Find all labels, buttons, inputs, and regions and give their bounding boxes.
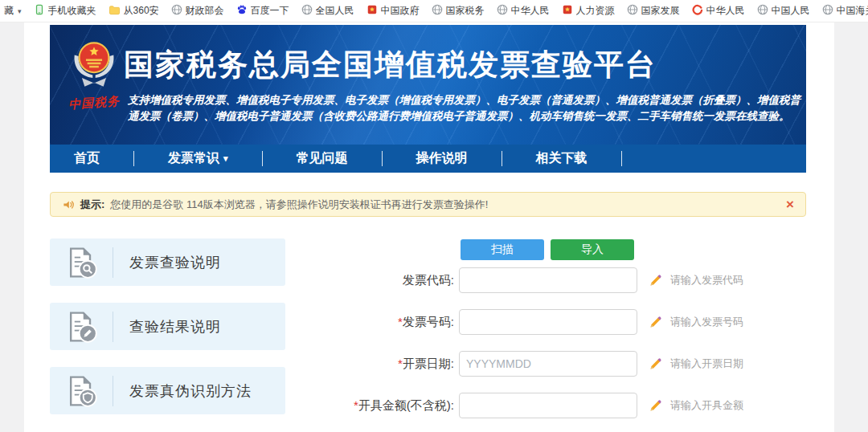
nav-separator	[382, 151, 383, 166]
doc-search-icon	[50, 245, 113, 280]
nav-item-home[interactable]: 首页	[74, 150, 100, 167]
import-button[interactable]: 导入	[551, 239, 634, 260]
globe-icon	[171, 4, 182, 18]
invoice-check-form: 扫描 导入 发票代码: 请输入发票代码 *发票号码: 请输入发票号码 *开票日	[285, 238, 806, 432]
field-hint: 请输入开具金额	[670, 398, 743, 413]
pencil-icon	[649, 357, 662, 371]
bookmark-item[interactable]: 中国人民	[757, 4, 810, 18]
field-row-invoice-number: *发票号码: 请输入发票号码	[285, 309, 806, 335]
field-hint: 请输入发票号码	[670, 315, 743, 329]
main-nav: 首页 发票常识▾ 常见问题 操作说明 相关下载	[50, 145, 806, 173]
field-label: 开票日期:	[403, 357, 454, 370]
pencil-icon	[649, 316, 662, 329]
pencil-icon	[649, 274, 662, 287]
bookmark-item[interactable]: 中华人民	[497, 4, 550, 18]
divider	[113, 247, 113, 278]
scan-button[interactable]: 扫描	[461, 239, 544, 260]
field-label: 开具金额(不含税):	[358, 398, 454, 412]
tax-logo: 中国税务	[66, 36, 122, 111]
swirl-icon	[692, 4, 703, 18]
invoice-amount-input[interactable]	[459, 393, 637, 418]
bookmark-item[interactable]: 中国海关	[822, 4, 868, 18]
nav-item-downloads[interactable]: 相关下载	[536, 150, 588, 167]
nav-item-instructions[interactable]: 操作说明	[416, 150, 468, 167]
logo-caption: 中国税务	[65, 94, 122, 113]
doc-shield-icon	[50, 373, 113, 409]
field-label: 发票代码:	[403, 273, 454, 287]
close-icon[interactable]: ×	[786, 198, 794, 211]
browser-notice-banner: 提示: 您使用的是谷歌 114版本浏览器，请参照操作说明安装根证书再进行发票查验…	[50, 192, 806, 217]
bookmark-overflow-label: 藏	[4, 4, 14, 18]
notice-message: 您使用的是谷歌 114版本浏览器，请参照操作说明安装根证书再进行发票查验操作!	[110, 198, 488, 212]
nav-separator	[502, 151, 502, 166]
field-row-invoice-date: *开票日期: 请输入开票日期	[285, 351, 806, 377]
emblem-icon	[562, 4, 573, 18]
speaker-icon	[62, 198, 75, 211]
divider	[113, 312, 113, 342]
globe-icon	[822, 4, 833, 18]
field-hint: 请输入开票日期	[670, 357, 743, 371]
nav-separator	[262, 151, 263, 166]
field-label: 发票号码:	[403, 315, 454, 328]
bookmarks-bar: 藏 ▾ 手机收藏夹 从360安 财政部会 百度一下 全国人民 中国政府 国家税务…	[0, 0, 868, 22]
invoice-date-input[interactable]	[459, 351, 637, 377]
field-hint: 请输入发票代码	[670, 273, 743, 287]
bookmark-item[interactable]: 百度一下	[236, 4, 289, 18]
sidebar-item-authenticity-identification[interactable]: 发票真伪识别方法	[50, 367, 285, 414]
page-title: 国家税务总局全国增值税发票查验平台	[124, 45, 657, 85]
globe-icon	[301, 4, 313, 18]
caret-down-icon: ▾	[18, 7, 22, 15]
page-body: 中国税务 国家税务总局全国增值税发票查验平台 支持增值税专用发票、增值税电子专用…	[24, 22, 834, 432]
folder-icon	[108, 4, 121, 18]
bookmark-item[interactable]: 中国政府	[366, 4, 420, 18]
divider	[113, 376, 113, 406]
bookmark-item[interactable]: 从360安	[108, 4, 159, 18]
bookmark-item[interactable]: 中华人民	[692, 4, 745, 18]
site-header: 中国税务 国家税务总局全国增值税发票查验平台 支持增值税专用发票、增值税电子专用…	[50, 25, 806, 145]
bookmark-item[interactable]: 手机收藏夹	[34, 4, 96, 18]
globe-icon	[432, 4, 443, 18]
bookmark-item[interactable]: 人力资源	[562, 4, 615, 18]
doc-edit-icon	[50, 309, 113, 344]
globe-icon	[497, 4, 508, 18]
page-subtitle: 支持增值税专用发票、增值税电子专用发票、电子发票（增值税专用发票）、电子发票（普…	[128, 92, 806, 124]
notice-prefix: 提示:	[80, 198, 104, 212]
bookmark-item[interactable]: 国家税务	[432, 4, 485, 18]
nav-item-faq[interactable]: 常见问题	[297, 150, 348, 167]
phone-icon	[34, 4, 45, 18]
nav-item-invoice-knowledge[interactable]: 发票常识▾	[168, 150, 228, 167]
pencil-icon	[649, 399, 662, 413]
tax-emblem-icon	[66, 36, 122, 94]
baidu-icon	[236, 4, 248, 18]
sidebar: 发票查验说明 查验结果说明 发票真伪识别方法	[50, 238, 285, 432]
invoice-code-input[interactable]	[459, 267, 637, 293]
nav-separator	[621, 151, 622, 166]
bookmark-item[interactable]: 国家发展	[627, 4, 680, 18]
emblem-icon	[366, 4, 378, 18]
bookmark-item[interactable]: 财政部会	[171, 4, 224, 18]
caret-down-icon: ▾	[223, 153, 228, 164]
right-gutter	[834, 22, 868, 432]
field-row-invoice-code: 发票代码: 请输入发票代码	[285, 267, 806, 293]
globe-icon	[757, 4, 768, 18]
left-gutter	[0, 22, 24, 432]
nav-separator	[133, 151, 134, 166]
bookmark-item[interactable]: 全国人民	[301, 4, 354, 18]
sidebar-item-check-result-instructions[interactable]: 查验结果说明	[50, 303, 285, 350]
globe-icon	[627, 4, 638, 18]
sidebar-item-invoice-check-instructions[interactable]: 发票查验说明	[50, 238, 285, 286]
invoice-number-input[interactable]	[459, 309, 637, 335]
field-row-invoice-amount: *开具金额(不含税): 请输入开具金额	[285, 393, 806, 418]
bookmarks-overflow[interactable]: 藏 ▾	[4, 4, 22, 18]
